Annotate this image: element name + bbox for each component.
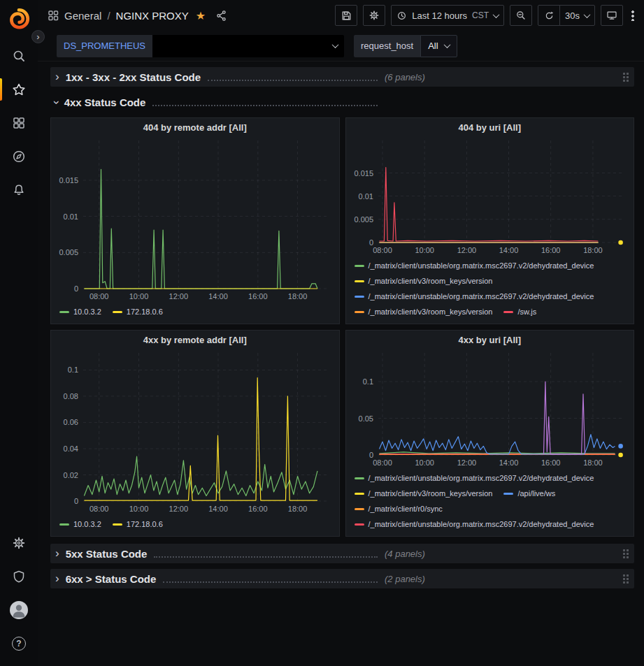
- legend-item[interactable]: 10.0.3.2: [59, 304, 101, 319]
- legend-item[interactable]: /_matrix/client/v3/room_keys/version: [355, 486, 493, 501]
- panel-title[interactable]: 404 by remote addr [All]: [51, 118, 339, 136]
- svg-text:12:00: 12:00: [169, 505, 189, 513]
- panel-chart[interactable]: 08:0010:0012:0014:0016:0018:0000.020.040…: [51, 349, 339, 515]
- legend-item[interactable]: /sw.js: [503, 304, 536, 319]
- monitor-icon: [606, 10, 617, 21]
- share-icon: [215, 10, 227, 22]
- chart-svg[interactable]: 08:0010:0012:0014:0016:0018:0000.0050.01…: [346, 136, 634, 256]
- row-1xx-3xx-2xx[interactable]: › 1xx - 3xx - 2xx Status Code (6 panels): [50, 67, 634, 87]
- sidebar-item-configuration[interactable]: [0, 526, 38, 560]
- panel-404-by-remote-addr: 404 by remote addr [All] 08:0010:0012:00…: [50, 117, 340, 324]
- svg-text:0: 0: [74, 497, 78, 505]
- legend-item[interactable]: /_matrix/client/unstable/org.matrix.msc2…: [355, 470, 594, 486]
- legend-item[interactable]: 10.0.3.2: [59, 516, 101, 532]
- row-leader-dots: [154, 549, 378, 558]
- shield-icon: [12, 570, 26, 584]
- zoom-out-time-button[interactable]: [510, 5, 532, 26]
- svg-text:16:00: 16:00: [541, 458, 560, 467]
- cycle-view-button[interactable]: [601, 5, 623, 26]
- sidebar-item-starred[interactable]: [0, 73, 38, 106]
- svg-text:14:00: 14:00: [208, 292, 228, 301]
- svg-text:10:00: 10:00: [415, 458, 434, 467]
- sidebar: ?: [0, 0, 38, 666]
- legend-series-marker: [503, 493, 513, 495]
- request-host-variable-label[interactable]: request_host: [354, 35, 420, 57]
- clock-icon: [396, 10, 407, 21]
- legend-item[interactable]: /_matrix/client/r0/sync: [355, 501, 443, 516]
- legend-item[interactable]: 172.18.0.6: [113, 304, 163, 319]
- panel-chart[interactable]: 08:0010:0012:0014:0016:0018:0000.0050.01…: [346, 136, 634, 256]
- page-title[interactable]: NGINX PROXY: [116, 10, 189, 22]
- legend-item[interactable]: 172.18.0.6: [113, 516, 163, 532]
- legend-series-label: /api/live/ws: [517, 489, 555, 498]
- chart-svg[interactable]: 08:0010:0012:0014:0016:0018:0000.0050.01…: [51, 136, 339, 303]
- panel-chart[interactable]: 08:0010:0012:0014:0016:0018:0000.050.1: [346, 349, 634, 469]
- row-drag-handle[interactable]: [622, 72, 629, 82]
- chevron-right-icon: ›: [55, 71, 59, 82]
- legend-item[interactable]: /_matrix/client/unstable/org.matrix.msc2…: [355, 289, 594, 304]
- row-drag-handle[interactable]: [622, 574, 629, 584]
- legend-item[interactable]: /_matrix/client/v3/room_keys/version: [355, 273, 493, 289]
- grafana-logo[interactable]: [7, 7, 31, 31]
- refresh-interval-dropdown[interactable]: 30s: [559, 5, 595, 26]
- svg-text:16:00: 16:00: [248, 292, 268, 301]
- chevron-down-icon: [584, 11, 591, 18]
- row-6xx[interactable]: › 6xx > Status Code (2 panels): [50, 569, 634, 588]
- datasource-variable-value[interactable]: [152, 35, 344, 57]
- dashboard-settings-button[interactable]: [363, 5, 385, 26]
- panel-title[interactable]: 4xx by remote addr [All]: [51, 331, 339, 349]
- panel-legend: /_matrix/client/unstable/org.matrix.msc2…: [346, 256, 634, 324]
- save-dashboard-button[interactable]: [335, 5, 357, 26]
- panel-404-by-uri: 404 by uri [All] 08:0010:0012:0014:0016:…: [345, 117, 635, 324]
- legend-item[interactable]: /_matrix/client/unstable/org.matrix.msc2…: [355, 516, 594, 532]
- chart-svg[interactable]: 08:0010:0012:0014:0016:0018:0000.020.040…: [51, 349, 339, 515]
- breadcrumb-section[interactable]: General: [64, 10, 101, 22]
- sidebar-item-profile[interactable]: [0, 593, 38, 627]
- row-title: 4xx Status Code: [64, 96, 146, 108]
- breadcrumb-separator: /: [107, 10, 110, 22]
- panel-4xx-by-remote-addr: 4xx by remote addr [All] 08:0010:0012:00…: [50, 330, 340, 537]
- chart-svg[interactable]: 08:0010:0012:0014:0016:0018:0000.050.1: [346, 349, 634, 469]
- share-button[interactable]: [215, 10, 227, 22]
- panel-title[interactable]: 404 by uri [All]: [346, 118, 634, 136]
- legend-series-label: 10.0.3.2: [73, 307, 101, 316]
- legend-series-marker: [113, 311, 122, 313]
- svg-text:0.05: 0.05: [358, 414, 373, 423]
- time-range-picker[interactable]: Last 12 hours CST: [391, 5, 504, 26]
- row-drag-handle[interactable]: [622, 549, 629, 559]
- legend-item[interactable]: /_matrix/client/v3/room_keys/version: [355, 304, 493, 319]
- svg-text:18:00: 18:00: [288, 505, 308, 513]
- sidebar-item-help[interactable]: ?: [0, 627, 38, 660]
- favorite-star-icon[interactable]: ★: [196, 9, 206, 22]
- svg-text:12:00: 12:00: [457, 458, 476, 467]
- row-title: 5xx Status Code: [66, 548, 148, 560]
- chevron-down-icon: [332, 41, 339, 48]
- legend-item[interactable]: /_matrix/client/unstable/org.matrix.msc2…: [355, 258, 594, 273]
- svg-text:16:00: 16:00: [248, 505, 268, 513]
- kebab-menu-icon[interactable]: [631, 10, 634, 21]
- svg-text:14:00: 14:00: [208, 505, 228, 513]
- row-4xx[interactable]: › 4xx Status Code: [50, 92, 634, 112]
- legend-item[interactable]: /api/live/ws: [503, 486, 555, 501]
- row-leader-dots: [152, 98, 378, 106]
- expand-menu-button[interactable]: ›: [31, 30, 45, 43]
- request-host-variable-value[interactable]: All: [420, 35, 457, 57]
- sidebar-item-search[interactable]: [0, 39, 38, 73]
- datasource-variable-label[interactable]: DS_PROMETHEUS: [57, 35, 152, 57]
- sidebar-item-server-admin[interactable]: [0, 560, 38, 593]
- sidebar-item-alerting[interactable]: [0, 173, 38, 207]
- sidebar-item-explore[interactable]: [0, 140, 38, 173]
- legend-series-label: /_matrix/client/unstable/org.matrix.msc2…: [368, 292, 594, 301]
- refresh-group: 30s: [538, 5, 595, 26]
- apps-grid-icon[interactable]: [48, 10, 59, 21]
- svg-text:14:00: 14:00: [499, 246, 518, 254]
- refresh-button[interactable]: [538, 5, 560, 26]
- chevron-right-icon: ›: [55, 572, 59, 584]
- row-5xx[interactable]: › 5xx Status Code (4 panels): [50, 544, 634, 563]
- svg-text:08:00: 08:00: [373, 458, 392, 467]
- panel-title[interactable]: 4xx by uri [All]: [346, 331, 634, 349]
- grafana-logo-icon: [7, 7, 31, 31]
- panel-chart[interactable]: 08:0010:0012:0014:0016:0018:0000.0050.01…: [51, 136, 339, 303]
- panel-grid: 404 by remote addr [All] 08:0010:0012:00…: [50, 117, 634, 537]
- sidebar-item-dashboards[interactable]: [0, 106, 38, 140]
